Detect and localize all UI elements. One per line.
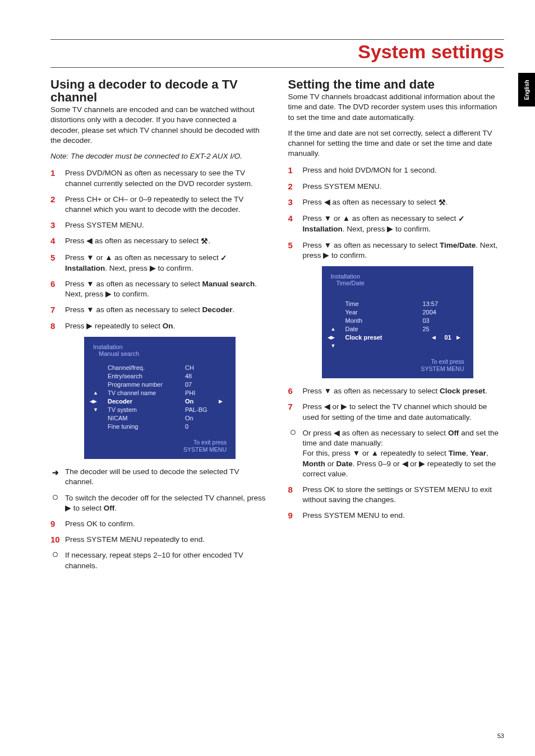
down-icon: ▼ <box>93 407 98 412</box>
circle-icon <box>53 552 58 557</box>
osd-row-selected: ◀▶DecoderOn▶ <box>93 397 227 406</box>
left-steps-cont: Press OK to confirm. Press SYSTEM MENU r… <box>50 519 267 545</box>
right-steps-cont-2: Press OK to store the settings or SYSTEM… <box>288 485 505 521</box>
right-icon: ▶ <box>65 504 71 512</box>
right-step-9: Press SYSTEM MENU to end. <box>288 511 505 521</box>
left-column: Using a decoder to decode a TV channel S… <box>50 78 267 577</box>
right-step-5: Press ▼ as often as necessary to select … <box>288 240 505 261</box>
right-intro-2: If the time and date are not set correct… <box>288 128 505 159</box>
osd-crumb-2: Manual search <box>93 350 227 357</box>
left-icon: ◀ <box>324 402 330 411</box>
down-icon: ▼ <box>86 280 94 288</box>
right-step-4: Press ▼ or ▲ as often as necessary to se… <box>288 214 505 234</box>
left-step-3: Press SYSTEM MENU. <box>50 220 267 230</box>
up-icon: ▲ <box>343 214 350 222</box>
osd-row: Month03 <box>331 317 464 325</box>
language-tab: English <box>518 73 535 106</box>
down-icon: ▼ <box>324 387 331 395</box>
osd-row: Fine tuning0 <box>93 423 227 431</box>
right-step-8: Press OK to store the settings or SYSTEM… <box>288 485 505 505</box>
left-bullet-2: If necessary, repeat steps 2–10 for othe… <box>50 550 267 571</box>
left-icon: ◀ <box>334 429 340 437</box>
left-icon: ◀ <box>86 236 93 245</box>
left-result: ➜ The decoder will be used to decode the… <box>50 467 267 487</box>
left-step-4: Press ◀ as often as necessary to select … <box>50 236 267 247</box>
right-icon: ▶ <box>341 402 347 411</box>
toolbox-icon: ⚒ <box>201 236 208 247</box>
osd-row: Entry/search48 <box>93 372 227 381</box>
left-step-9: Press OK to confirm. <box>50 519 267 529</box>
left-section-title: Using a decoder to decode a TV channel <box>50 78 267 104</box>
osd-crumb-1: Installation <box>331 273 464 280</box>
wrench-icon: ✓ <box>458 214 465 224</box>
osd-crumb-1: Installation <box>93 344 227 350</box>
osd-row: ▲Date25 <box>331 325 464 333</box>
right-icon: ▶ <box>323 251 329 259</box>
down-icon: ▼ <box>331 343 336 349</box>
left-step-10: Press SYSTEM MENU repeatedly to end. <box>50 535 267 545</box>
down-icon: ▼ <box>324 214 331 222</box>
osd-row-selected: ◀▶Clock preset◀01▶ <box>331 333 464 342</box>
right-icon: ▶ <box>419 460 425 468</box>
left-icon: ◀ <box>402 460 408 468</box>
osd-footer-2: SYSTEM MENU <box>93 446 227 453</box>
right-bullet-1: Or press ◀ as often as necessary to sele… <box>288 428 505 479</box>
right-step-7: Press ◀ or ▶ to select the TV channel wh… <box>288 402 505 422</box>
right-icon: ▶ <box>86 322 93 330</box>
osd-row: Year2004 <box>331 308 464 317</box>
down-icon: ▼ <box>324 241 331 249</box>
osd-row: Programme number07 <box>93 381 227 389</box>
right-icon: ▶ <box>93 398 97 404</box>
down-icon: ▼ <box>86 305 94 314</box>
left-steps: Press DVD/MON as often as necessary to s… <box>50 168 267 331</box>
osd-row: ▼ <box>331 342 464 350</box>
toolbox-icon: ⚒ <box>439 198 446 208</box>
right-icon: ▶ <box>219 398 227 404</box>
circle-icon <box>53 495 58 500</box>
left-step-6: Press ▼ as often as necessary to select … <box>50 279 267 299</box>
arrow-result-icon: ➜ <box>52 467 59 478</box>
left-step-5: Press ▼ or ▲ as often as necessary to se… <box>50 253 267 273</box>
osd-row: Channel/freq.CH <box>93 364 227 372</box>
up-icon: ▲ <box>371 449 379 457</box>
up-icon: ▲ <box>93 390 98 396</box>
up-icon: ▲ <box>105 253 112 262</box>
right-section-title: Setting the time and date <box>288 78 505 91</box>
right-icon: ▶ <box>456 335 464 340</box>
osd-row: ▲TV channel namePHI <box>93 389 227 397</box>
left-bullet-1: To switch the decoder off for the select… <box>50 493 267 513</box>
left-icon: ◀ <box>432 335 440 340</box>
right-icon: ▶ <box>387 225 393 233</box>
right-intro-1: Some TV channels broadcast additional in… <box>288 92 505 123</box>
left-intro: Some TV channels are encoded and can be … <box>50 105 267 146</box>
osd-footer-1: To exit press <box>93 439 227 446</box>
right-step-3: Press ◀ as often as necessary to select … <box>288 197 505 208</box>
right-steps: Press and hold DVD/MON for 1 second. Pre… <box>288 165 505 261</box>
up-icon: ▲ <box>331 326 336 332</box>
left-step-7: Press ▼ as often as necessary to select … <box>50 305 267 315</box>
right-step-2: Press SYSTEM MENU. <box>288 182 505 192</box>
circle-icon <box>290 430 296 435</box>
left-icon: ◀ <box>328 335 331 340</box>
osd-row: ▼TV systemPAL-BG <box>93 406 227 414</box>
page-number: 53 <box>497 732 504 739</box>
right-osd-screenshot: Installation Time/Date Time13:57 Year200… <box>322 266 473 378</box>
left-step-1: Press DVD/MON as often as necessary to s… <box>50 168 267 188</box>
page-title: System settings <box>50 41 504 63</box>
left-icon: ◀ <box>90 398 94 404</box>
left-note: Note: The decoder must be connected to E… <box>50 151 267 161</box>
left-step-2: Press CH+ or CH– or 0–9 repeatedly to se… <box>50 194 267 215</box>
down-icon: ▼ <box>86 253 94 262</box>
rule-below-title <box>50 67 504 68</box>
left-osd-screenshot: Installation Manual search Channel/freq.… <box>84 337 236 459</box>
left-icon: ◀ <box>324 198 330 206</box>
down-icon: ▼ <box>353 449 360 457</box>
osd-footer-1: To exit press <box>331 358 464 365</box>
right-steps-cont: Press ▼ as often as necessary to select … <box>288 386 505 423</box>
right-icon: ▶ <box>105 290 112 298</box>
osd-row: Time13:57 <box>331 300 464 308</box>
right-column: Setting the time and date Some TV channe… <box>288 78 505 577</box>
page-body: System settings Using a decoder to decod… <box>0 0 535 593</box>
osd-footer-2: SYSTEM MENU <box>331 365 464 373</box>
right-icon: ▶ <box>331 335 335 340</box>
